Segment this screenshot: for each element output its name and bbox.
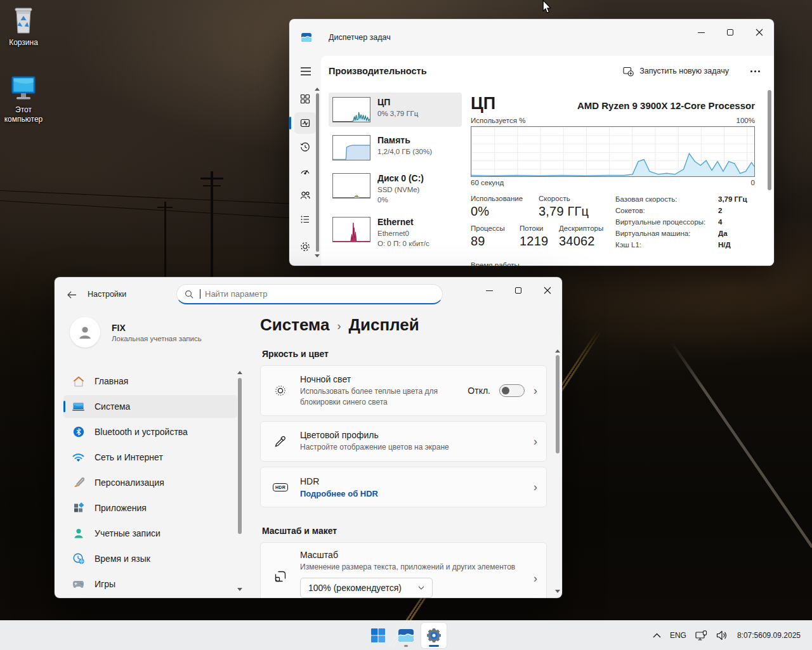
night-light-icon bbox=[273, 384, 287, 398]
sidebar-item-label: Персонализация bbox=[95, 478, 164, 488]
tray-volume-button[interactable] bbox=[712, 623, 732, 648]
tray-show-hidden-icons-button[interactable] bbox=[648, 623, 665, 648]
metric-name: ЦП bbox=[377, 97, 418, 108]
tab-startup-apps[interactable] bbox=[294, 160, 316, 182]
cpu-panel-title: ЦП bbox=[471, 94, 495, 114]
card-title: Ночной свет bbox=[300, 374, 468, 384]
stat-label: Дескрипторы bbox=[559, 224, 603, 232]
sidebar-item-apps[interactable]: Приложения bbox=[63, 497, 237, 519]
metric-name: Диск 0 (C:) bbox=[377, 173, 424, 184]
card-title: HDR bbox=[300, 476, 534, 486]
home-icon bbox=[72, 375, 84, 387]
more-options-button[interactable] bbox=[750, 70, 760, 72]
sidebar-item-network-internet[interactable]: Сеть и Интернет bbox=[63, 446, 237, 469]
metric-cpu[interactable]: ЦП 0% 3,79 ГГц bbox=[329, 93, 462, 127]
sidebar-item-system[interactable]: Система bbox=[63, 395, 237, 418]
tray-clock[interactable]: 8:07:56 09.09.2025 bbox=[732, 623, 807, 648]
desktop-icon-this-pc[interactable]: Этот компьютер bbox=[0, 74, 48, 124]
metric-ethernet[interactable]: Ethernet Ethernet0 О: 0 П: 0 кбит/с bbox=[329, 212, 462, 252]
desktop-icon-label: Корзина bbox=[9, 38, 38, 47]
task-manager-nav-rail bbox=[289, 56, 321, 266]
processor-name: AMD Ryzen 9 3900X 12-Core Processor bbox=[577, 100, 755, 111]
nav-rail-scrollbar[interactable] bbox=[314, 88, 320, 257]
maximize-icon bbox=[515, 287, 521, 294]
minimize-icon bbox=[486, 290, 493, 291]
minimize-button[interactable] bbox=[686, 19, 716, 46]
metric-value: 0% bbox=[377, 195, 424, 204]
sidebar-scrollbar[interactable] bbox=[237, 371, 242, 591]
sidebar-item-bluetooth-devices[interactable]: Bluetooth и устройства bbox=[63, 420, 237, 443]
content-scrollbar[interactable] bbox=[555, 349, 560, 593]
breadcrumb-root[interactable]: Система bbox=[260, 315, 329, 335]
cpu-detail-panel: ЦП AMD Ryzen 9 3900X 12-Core Processor И… bbox=[467, 86, 774, 266]
gear-icon bbox=[299, 241, 311, 252]
tab-performance[interactable] bbox=[294, 112, 316, 134]
scale-dropdown[interactable]: 100% (рекомендуется) bbox=[300, 578, 433, 598]
chevron-down-icon bbox=[418, 586, 424, 590]
tab-app-history[interactable] bbox=[294, 136, 316, 158]
account-header[interactable]: FIX Локальная учетная запись bbox=[70, 317, 202, 348]
sidebar-item-personalization[interactable]: Персонализация bbox=[63, 471, 237, 494]
tab-details[interactable] bbox=[294, 209, 316, 230]
metric-value: О: 0 П: 0 кбит/с bbox=[377, 239, 429, 248]
hdr-icon: HDR bbox=[273, 483, 288, 491]
chart-x-zero: 0 bbox=[751, 179, 755, 186]
metric-memory[interactable]: Память 1,2/4,0 ГБ (30%) bbox=[329, 131, 462, 165]
wallpaper-wire bbox=[0, 200, 291, 218]
cpu-stats-secondary: Базовая скорость:3,79 ГГц Сокетов:2 Вирт… bbox=[615, 195, 755, 252]
task-manager-settings-button[interactable] bbox=[294, 236, 316, 257]
desktop-icon-recycle-bin[interactable]: Корзина bbox=[0, 5, 48, 48]
sidebar-item-accounts[interactable]: Учетные записи bbox=[63, 522, 237, 545]
tray-language-indicator[interactable]: ENG bbox=[665, 623, 691, 648]
taskbar-settings-button[interactable] bbox=[421, 623, 447, 648]
scale-dropdown-value: 100% (рекомендуется) bbox=[308, 583, 402, 593]
minimize-button[interactable] bbox=[475, 277, 504, 304]
account-name: FIX bbox=[112, 323, 202, 333]
stat-value: 89 bbox=[471, 234, 520, 249]
search-icon bbox=[185, 290, 193, 299]
scrollbar-thumb bbox=[316, 93, 319, 252]
sidebar-item-home[interactable]: Главная bbox=[63, 370, 237, 393]
accounts-icon bbox=[72, 528, 84, 540]
sidebar-item-time-language[interactable]: Время и язык bbox=[63, 547, 237, 570]
start-button[interactable] bbox=[365, 623, 391, 648]
maximize-button[interactable] bbox=[504, 277, 533, 304]
cpu-usage-chart[interactable] bbox=[471, 126, 755, 177]
card-title: Масштаб bbox=[300, 550, 537, 560]
tab-users[interactable] bbox=[294, 185, 316, 206]
scale-card[interactable]: Масштаб Изменение размера текста, прилож… bbox=[260, 542, 547, 598]
chart-x-label: 60 секунд bbox=[471, 179, 504, 186]
content-scrollbar-thumb[interactable] bbox=[768, 90, 771, 190]
hdr-learn-more-link[interactable]: Подробнее об HDR bbox=[300, 489, 534, 498]
sidebar-item-gaming[interactable]: Игры bbox=[63, 573, 237, 595]
chevron-right-icon: › bbox=[534, 385, 537, 396]
night-light-card[interactable]: Ночной свет Использовать более теплые цв… bbox=[260, 365, 547, 416]
settings-search-box[interactable]: Найти параметр bbox=[176, 284, 443, 304]
tab-processes[interactable] bbox=[294, 88, 316, 110]
stat-value: 34062 bbox=[559, 234, 603, 249]
tray-network-button[interactable] bbox=[691, 623, 712, 648]
task-manager-titlebar[interactable]: Диспетчер задач bbox=[289, 19, 774, 56]
taskbar-task-manager-button[interactable] bbox=[393, 623, 419, 648]
close-button[interactable] bbox=[745, 19, 774, 46]
close-button[interactable] bbox=[533, 277, 562, 304]
taskbar: ENG 8:07:56 09.09.2025 bbox=[0, 620, 812, 650]
scrollbar-thumb bbox=[238, 378, 242, 534]
card-description: Использовать более теплые цвета для блок… bbox=[300, 386, 468, 406]
scroll-down-icon bbox=[237, 588, 242, 591]
window-title: Диспетчер задач bbox=[329, 33, 391, 42]
stat-value: 3,79 ГГц bbox=[718, 195, 747, 204]
hdr-card[interactable]: HDR HDR Подробнее об HDR › bbox=[260, 467, 547, 507]
uptime-label-clipped: Время работы bbox=[471, 261, 520, 266]
metric-disk[interactable]: Диск 0 (C:) SSD (NVMe) 0% bbox=[329, 169, 462, 209]
back-button[interactable] bbox=[62, 287, 81, 303]
performance-icon bbox=[299, 117, 311, 129]
run-new-task-button[interactable]: Запустить новую задачу bbox=[617, 62, 735, 81]
ethernet-mini-chart bbox=[332, 217, 370, 242]
stat-label: Сокетов: bbox=[615, 207, 718, 216]
night-light-toggle[interactable] bbox=[499, 384, 525, 397]
section-heading-scale: Масштаб и макет bbox=[262, 526, 547, 536]
maximize-button[interactable] bbox=[716, 19, 745, 46]
color-profile-card[interactable]: Цветовой профиль Настройте отображение ц… bbox=[260, 421, 547, 462]
telephone-pole-silhouette bbox=[211, 171, 213, 292]
